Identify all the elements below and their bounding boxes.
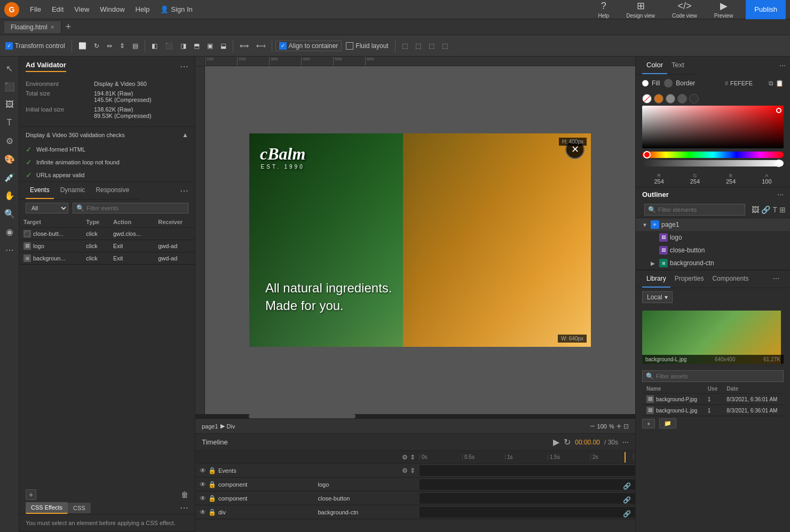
ad-preview[interactable]: cBalm EST. 1990 All natural ingredients.… xyxy=(249,133,591,347)
delete-css-button[interactable]: 🗑 xyxy=(181,490,188,499)
timeline-track-bgctn[interactable]: 🔗 xyxy=(420,507,635,518)
timeline-eye-logo[interactable]: 👁 xyxy=(200,481,206,488)
align-center-h[interactable]: ⬛ xyxy=(162,40,176,52)
validation-collapse-icon[interactable]: ▲ xyxy=(182,131,188,139)
bg-ctn-expand-icon[interactable]: ▶ xyxy=(651,260,657,266)
color-copy-icon[interactable]: ⧉ xyxy=(769,80,773,87)
timeline-track-close[interactable]: 🔗 xyxy=(420,493,635,504)
events-search-box[interactable]: 🔍 xyxy=(73,203,188,213)
tab-library[interactable]: Library xyxy=(642,271,670,288)
outliner-icon-image[interactable]: 🖼 xyxy=(752,205,759,214)
gradient-pointer[interactable] xyxy=(776,108,781,113)
timeline-link-close[interactable]: 🔗 xyxy=(623,496,631,504)
swatch-gray[interactable] xyxy=(666,94,675,104)
page-breadcrumb[interactable]: page1 xyxy=(202,423,218,430)
b-input[interactable] xyxy=(714,178,748,185)
paint-tool[interactable]: 🎨 xyxy=(2,152,17,166)
events-type-filter[interactable]: All xyxy=(26,203,68,213)
align-top[interactable]: ⬒ xyxy=(191,40,203,52)
zoom-in-button[interactable]: + xyxy=(617,422,621,431)
asset-search-box[interactable]: 🔍 xyxy=(642,370,784,382)
timeline-lock-bgctn[interactable]: 🔒 xyxy=(208,509,216,516)
color-paste-icon[interactable]: 📋 xyxy=(776,80,784,87)
align-to-container-toggle[interactable]: ✓ Align to container xyxy=(275,41,342,51)
timeline-track-header[interactable] xyxy=(420,465,635,476)
css-more-icon[interactable]: ⋯ xyxy=(180,503,188,513)
page1-expand-icon[interactable]: ▼ xyxy=(642,222,649,228)
zoom-out-button[interactable]: − xyxy=(590,422,595,431)
timeline-expand-header[interactable]: ⇕ xyxy=(410,467,415,474)
ad-validator-more-icon[interactable]: ⋯ xyxy=(180,61,188,72)
timeline-lock-logo[interactable]: 🔒 xyxy=(208,481,216,488)
r-input[interactable] xyxy=(642,178,676,185)
event-row-2[interactable]: 🖼logo click Exit gwd-ad xyxy=(19,240,195,252)
timeline-more-icon[interactable]: ⋯ xyxy=(622,439,629,446)
events-search-input[interactable] xyxy=(86,205,185,211)
menu-view[interactable]: View xyxy=(70,3,93,15)
components-tool[interactable]: ⚙ xyxy=(2,133,17,148)
publish-button[interactable]: Publish xyxy=(746,0,786,19)
outliner-icon-text[interactable]: T xyxy=(772,205,777,214)
outliner-icon-link[interactable]: 🔗 xyxy=(761,205,770,214)
tree-item-bg-ctn[interactable]: ▶ ⊞ background-ctn xyxy=(636,257,790,269)
outliner-search-box[interactable]: 🔍 xyxy=(644,204,745,216)
timeline-settings-icon[interactable]: ⚙ xyxy=(402,454,408,461)
menu-signin[interactable]: 👤 Sign In xyxy=(156,3,196,15)
css-tab[interactable]: CSS xyxy=(68,503,91,513)
preview-button[interactable]: ▶ Preview xyxy=(710,0,738,21)
close-tab-icon[interactable]: × xyxy=(51,23,54,31)
library-more-icon[interactable]: ⋯ xyxy=(769,271,784,288)
design-view-button[interactable]: ⊞ Design view xyxy=(622,0,659,21)
animation-tool[interactable]: ◉ xyxy=(2,224,17,239)
hue-slider[interactable] xyxy=(642,152,784,158)
timeline-track-logo[interactable]: 🔗 xyxy=(420,479,635,490)
transform-icon-3[interactable]: ⇔ xyxy=(104,40,115,52)
menu-help[interactable]: Help xyxy=(131,3,154,15)
asset-row-2[interactable]: 🖼background-L.jpg 1 8/3/2021, 6:36:01 AM xyxy=(642,405,784,416)
timeline-play-button[interactable]: ▶ xyxy=(553,437,559,447)
add-asset-button[interactable]: + xyxy=(642,419,655,428)
timeline-playhead[interactable] xyxy=(625,452,626,463)
align-center-v[interactable]: ▣ xyxy=(204,40,216,52)
tab-floating[interactable]: Floating.html × xyxy=(4,21,61,33)
timeline-link-bgctn[interactable]: 🔗 xyxy=(623,510,631,518)
outliner-more-icon[interactable]: ⋯ xyxy=(777,191,784,198)
timeline-gear-header[interactable]: ⚙ xyxy=(402,467,408,474)
align-bottom[interactable]: ⬓ xyxy=(217,40,230,52)
swatch-none[interactable] xyxy=(642,94,652,104)
canvas-resize-4[interactable]: ⬚ xyxy=(439,40,451,52)
color-more-icon[interactable]: ⋯ xyxy=(775,58,790,74)
swatch-dark-gray[interactable] xyxy=(677,94,687,104)
hue-thumb[interactable] xyxy=(643,151,651,158)
fill-radio[interactable] xyxy=(642,80,649,86)
asset-row-1[interactable]: 🖼background-P.jpg 1 8/3/2021, 6:36:01 AM xyxy=(642,394,784,405)
add-css-button[interactable]: + xyxy=(26,489,36,500)
asset-search-input[interactable] xyxy=(656,373,780,379)
element-breadcrumb[interactable]: Div xyxy=(227,423,235,430)
css-effects-tab[interactable]: CSS Effects xyxy=(26,502,68,514)
canvas-resize-1[interactable]: ⬚ xyxy=(399,40,411,52)
color-gradient-picker[interactable] xyxy=(642,106,784,148)
swatch-orange[interactable] xyxy=(654,94,663,104)
transform-control-toggle[interactable]: ✓ Transform control xyxy=(2,40,68,52)
tab-components[interactable]: Components xyxy=(708,271,753,288)
shapes-tool[interactable]: ⬛ xyxy=(2,79,17,94)
timeline-loop-button[interactable]: ↻ xyxy=(564,437,571,447)
scrollbar-thumb[interactable] xyxy=(249,414,356,418)
menu-edit[interactable]: Edit xyxy=(48,3,68,15)
event-row-1[interactable]: ⬛close-butt... click gwd.clos... xyxy=(19,228,195,240)
tab-responsive[interactable]: Responsive xyxy=(91,182,133,199)
image-tool[interactable]: 🖼 xyxy=(2,97,17,112)
add-tab-icon[interactable]: + xyxy=(66,21,72,33)
transform-icon-4[interactable]: ⇕ xyxy=(116,40,128,52)
menu-window[interactable]: Window xyxy=(96,3,129,15)
outliner-search-input[interactable] xyxy=(658,207,741,213)
hand-tool[interactable]: ✋ xyxy=(2,188,17,203)
timeline-expand-icon[interactable]: ⇕ xyxy=(410,454,415,461)
hex-input[interactable] xyxy=(730,80,762,86)
more-tool[interactable]: ⋯ xyxy=(2,242,17,257)
library-local-dropdown[interactable]: Local ▾ xyxy=(642,291,673,303)
fit-button[interactable]: ⊡ xyxy=(623,423,629,430)
help-button[interactable]: ? Help xyxy=(594,0,614,21)
zoom-tool[interactable]: 🔍 xyxy=(2,206,17,221)
